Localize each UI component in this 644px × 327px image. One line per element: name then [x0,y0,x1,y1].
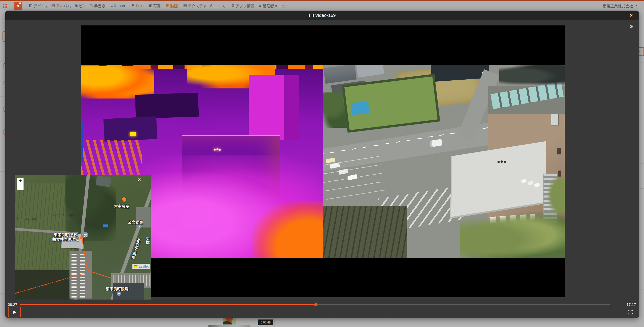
rgb-bamboo-edge [548,176,565,216]
thermal-tower [249,75,299,140]
thermal-yellow-hotspot [130,132,136,136]
nav-item-album[interactable]: ▤アルバム [51,1,71,10]
rgb-window-lit [551,114,559,125]
nav-item-handwriting[interactable]: ✎手書き [90,1,105,10]
leaflet-map-overlay[interactable]: 大幸農産 公文式東 文 東串良町 学校 給食共同調理場 柏原池之原線 東試 東串… [15,175,151,300]
brand-logo[interactable]: n [14,2,22,10]
poi-label-farm: 大幸農産 [114,203,129,209]
map-close-button[interactable]: × [138,177,141,183]
app-grid-icon[interactable] [3,4,7,8]
table-line [639,113,644,113]
film-icon [309,14,314,17]
table-column-line [65,318,65,327]
map-building [96,176,112,187]
video-row-thumbnail[interactable] [223,318,236,324]
nav-item-app-info[interactable]: ⚙アプリ情報 [231,1,254,10]
brand-logo-glyph: n [17,4,19,9]
current-time: 08:27 [8,302,17,307]
table-line [0,269,6,269]
thermal-warm-corner [253,201,323,258]
table-line [0,245,6,245]
report-icon: ≡ [111,4,113,8]
modal-title: Video-169 [315,13,336,18]
table-line [0,71,6,71]
nav-item-pin[interactable]: ◉ピン [75,1,86,10]
progress-handle[interactable] [314,303,317,306]
poi-label-townhall: 東串良町役場 [106,286,128,291]
table-line [0,121,6,121]
poi-marker-farm [121,197,127,202]
table-line [639,163,644,164]
school-badge: 文 [83,232,88,238]
map-zoom-in-button[interactable]: + [17,178,24,184]
poi-label-school: 東串良町 学校 給食共同調理場 [52,233,79,242]
rgb-blue-tarp [350,101,369,115]
chevron-down-icon: ▼ [635,4,637,7]
area-label: 東試 [145,237,150,244]
video-player-canvas[interactable] [81,25,565,297]
thermal-people-hotspots [213,148,221,151]
thermal-hot-roofs-left [81,66,154,99]
nav-item-devices[interactable]: ◧デバイス [29,1,48,10]
table-line [639,289,644,289]
map-attribution[interactable]: Leaflet [132,264,150,269]
table-line [639,264,644,264]
rgb-roof-people [497,160,506,164]
rgb-plow-ridges [323,206,407,258]
table-line [639,89,644,89]
pin-icon: ◉ [75,3,78,8]
total-time: 17:17 [626,302,636,307]
point-flag-icon: ⚑ [131,3,135,8]
thermal-cool-roof [103,116,157,142]
table-line [0,96,6,97]
top-navigation: n ◧デバイス ▤アルバム ◉ピン ✎手書き ≡Report ⚑Point ▣写… [0,0,644,10]
map-parking-cars [71,252,77,298]
table-line [639,138,644,138]
ukraine-flag-icon [134,265,137,268]
course-icon: ↱ [210,3,213,8]
nav-item-course[interactable]: ↱コース [210,1,225,10]
table-line [0,293,6,294]
texture-icon: ▦ [183,3,187,8]
map-credit: © 2023 Google [52,213,74,217]
table-column-line [113,318,113,327]
play-button[interactable]: ▶ [8,307,21,317]
rgb-window [557,148,561,154]
nav-item-photos[interactable]: ▣写真 [149,1,161,10]
gear-icon: ⚙ [231,3,234,8]
modal-header: Video-169 [5,11,639,20]
nav-item-texture[interactable]: ▦テクスチャ [183,1,207,10]
table-column-line [328,318,328,327]
table-column-line [390,318,390,327]
film-strip-icon: ▥ [166,3,169,8]
device-icon: ◧ [29,3,32,8]
progress-played [20,304,316,305]
duration-tooltip: 0:00:48 [258,319,273,325]
table-line [639,188,644,189]
modal-close-button[interactable]: × [628,12,634,19]
map-zoom-out-button[interactable]: − [17,184,24,190]
rgb-roof-structures [499,65,565,87]
nav-item-admin-menu[interactable]: ♟管理者メニュー [258,1,289,10]
video-row-thumbnail-partial[interactable] [208,325,250,327]
progress-track[interactable] [20,304,610,305]
table-line [0,147,6,147]
rgb-house-roof [356,65,384,78]
brand-flag [19,3,21,4]
nav-item-point[interactable]: ⚑Point [131,1,145,10]
table-column-line [274,318,275,327]
pencil-icon: ✎ [90,3,93,8]
fullscreen-button[interactable] [628,310,633,314]
poi-label-kumon: 公文式東 [128,219,143,225]
table-line [0,220,6,220]
nav-item-videos[interactable]: ▥動画 [166,1,178,10]
table-column-line [35,318,35,327]
nav-item-report[interactable]: ≡Report [111,1,125,10]
screen: n ◧デバイス ▤アルバム ◉ピン ✎手書き ≡Report ⚑Point ▣写… [0,0,644,327]
company-name: 南榮工業株式会社 [603,3,633,8]
settings-gear-icon[interactable]: ⚙ [629,24,633,29]
album-icon: ▤ [51,3,55,8]
table-line [639,214,644,214]
company-menu[interactable]: 南榮工業株式会社 ▼ [603,1,637,10]
map-building-townhall [113,283,144,300]
